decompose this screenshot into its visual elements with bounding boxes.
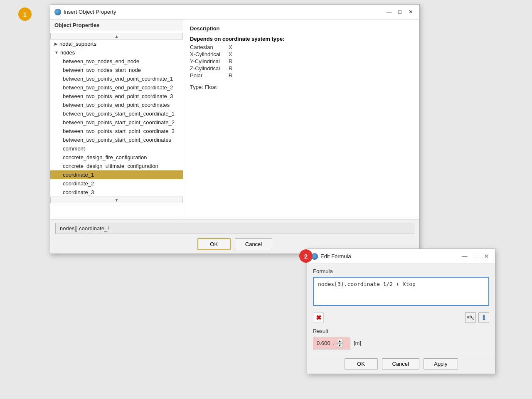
list-item[interactable]: between_two_points_start_point_coordinat… [50,135,183,144]
coord-label: Polar [190,72,229,79]
abc-button[interactable]: abc [465,312,476,323]
result-up-button[interactable]: ▲ [337,339,343,343]
tree-section-nodal-supports[interactable]: nodal_supports [50,39,183,48]
coord-value: X [229,44,241,51]
dialog1-maximize-button[interactable]: □ [395,7,404,17]
scroll-up-arrow[interactable]: ▲ [50,33,183,39]
description-header: Description [190,25,413,32]
list-item[interactable]: coordinate_2 [50,179,183,188]
x-icon: ✖ [316,314,321,322]
result-value-box: 0.600 ⌄ ▲ ▼ [313,337,350,350]
dialog2-title: Edit Formula [320,253,351,259]
abc-icon: abc [467,314,474,320]
list-item[interactable]: between_two_points_end_point_coordinates [50,101,183,109]
desc-table: Cartesian X X-Cylindrical X Y-Cylindrica… [190,44,241,79]
list-item[interactable]: between_two_points_start_point_coordinat… [50,109,183,118]
info-button[interactable]: ℹ [478,312,489,323]
result-number: 0.600 [317,340,330,346]
formula-label: Formula [313,268,489,274]
dropdown-arrow-icon[interactable]: ⌄ [332,341,335,345]
list-item[interactable]: between_two_points_start_point_coordinat… [50,118,183,127]
clear-formula-button[interactable]: ✖ [313,312,324,323]
dialog2-footer: OK Cancel Apply [307,354,495,374]
dialog1-content: Object Properties ▲ nodal_supports nodes… [50,20,419,219]
dialog2-minimize-button[interactable]: — [460,252,469,261]
expand-nodal-supports-icon [54,42,58,46]
dialog1-close-button[interactable]: ✕ [406,7,415,17]
formula-input[interactable] [313,277,489,306]
result-row: 0.600 ⌄ ▲ ▼ [m] [313,337,489,350]
coord-label: Z-Cylindrical [190,65,229,72]
list-item-coordinate-1[interactable]: coordinate_1 [50,170,183,179]
dialog1-title: Insert Object Property [64,9,116,15]
coord-value: R [229,65,241,72]
coord-label: X-Cylindrical [190,51,229,58]
nodal-supports-label: nodal_supports [59,41,96,47]
coord-label: Cartesian [190,44,229,51]
list-item[interactable]: between_two_nodes_end_node [50,57,183,66]
table-row: Cartesian X [190,44,241,51]
expand-nodes-icon [54,50,59,55]
result-spinners: ▲ ▼ [337,339,343,347]
description-panel: Description Depends on coordinate system… [183,20,419,219]
formula-tools: ✖ abc ℹ [307,310,495,325]
info-icon: ℹ [483,314,485,322]
coord-value: X [229,51,241,58]
dialog1-minimize-button[interactable]: — [384,7,394,17]
tree-section-nodes[interactable]: nodes [50,48,183,57]
coord-value: R [229,58,241,65]
list-item[interactable]: concrete_design_fire_configuration [50,153,183,162]
coord-label: Y-Cylindrical [190,58,229,65]
dialog2-maximize-button[interactable]: □ [471,252,480,261]
dialog1-titlebar: Insert Object Property — □ ✕ [50,5,419,20]
desc-type: Type: Float [190,84,413,90]
scroll-down-arrow[interactable]: ▼ [50,197,183,203]
result-label: Result [313,328,489,334]
desc-title: Depends on coordinate system type: [190,36,413,42]
list-item[interactable]: coordinate_3 [50,188,183,197]
list-item[interactable]: between_two_nodes_start_node [50,66,183,74]
dialog2-cancel-button[interactable]: Cancel [382,358,419,369]
list-item[interactable]: concrete_design_ultimate_configuration [50,162,183,170]
list-item[interactable]: between_two_points_start_point_coordinat… [50,127,183,135]
list-item[interactable]: between_two_points_end_point_coordinate_… [50,74,183,83]
table-row: Polar R [190,72,241,79]
nodes-label: nodes [60,49,75,56]
table-row: Z-Cylindrical R [190,65,241,72]
dialog2-close-button[interactable]: ✕ [482,252,491,261]
object-properties-panel: Object Properties ▲ nodal_supports nodes… [50,20,183,219]
step-badge-1: 1 [18,7,32,21]
dialog2-apply-button[interactable]: Apply [424,358,458,369]
result-down-button[interactable]: ▼ [337,343,343,347]
table-row: Y-Cylindrical R [190,58,241,65]
insert-object-property-dialog: Insert Object Property — □ ✕ Object Prop… [50,4,420,254]
dialog2-titlebar: Edit Formula — □ ✕ [307,249,495,264]
formula-bar: nodes[].coordinate_1 [55,223,414,234]
table-row: X-Cylindrical X [190,51,241,58]
formula-section: Formula [307,264,495,310]
step-badge-2: 2 [299,249,313,263]
list-item[interactable]: between_two_points_end_point_coordinate_… [50,92,183,101]
dialog1-icon [54,9,61,15]
result-unit: [m] [354,340,361,346]
object-properties-header: Object Properties [50,20,183,31]
dialog1-ok-button[interactable]: OK [197,238,231,250]
result-section: Result 0.600 ⌄ ▲ ▼ [m] [307,325,495,354]
dialog1-cancel-button[interactable]: Cancel [235,238,272,250]
coord-value: R [229,72,241,79]
edit-formula-dialog: Edit Formula — □ ✕ Formula ✖ abc ℹ Resul… [307,249,495,374]
list-item[interactable]: comment [50,144,183,153]
dialog2-ok-button[interactable]: OK [345,358,378,369]
tree-area: ▲ nodal_supports nodes between_two_nodes… [50,31,183,219]
list-item[interactable]: between_two_points_end_point_coordinate_… [50,83,183,92]
